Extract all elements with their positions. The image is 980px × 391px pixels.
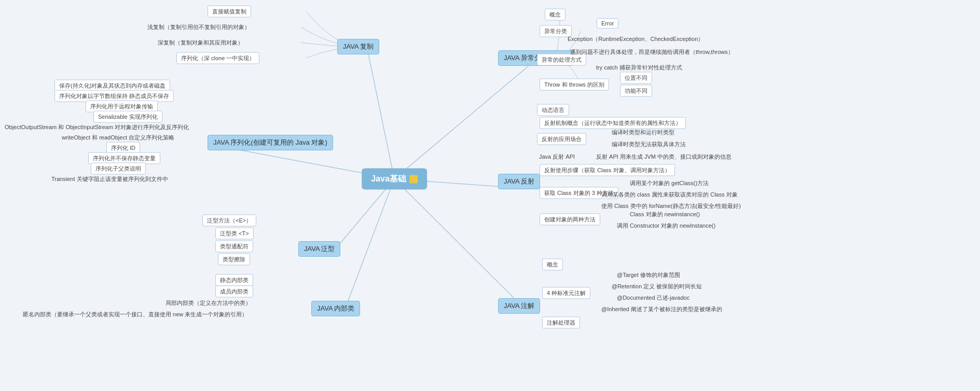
leaf-exception: 功能不同 bbox=[620, 85, 652, 97]
leaf-generic: 类型通配符 bbox=[215, 241, 253, 253]
leaf-annotation: @Target 修饰的对象范围 bbox=[615, 270, 682, 280]
leaf-copy: 深复制（复制对象和其应用对象） bbox=[156, 38, 245, 48]
leaf-innerclass: 局部内部类（定义在方法中的类） bbox=[163, 298, 253, 308]
branch-innerclass: JAVA 内部类 bbox=[311, 301, 360, 316]
leaf-serialize: Transient 关键字阻止该变量被序列化到文件中 bbox=[49, 174, 170, 184]
branch-reflect: JAVA 反射 bbox=[498, 174, 540, 189]
leaf-reflect: 编译时类型和运行时类型 bbox=[610, 128, 677, 137]
leaf-generic: 泛型方法（<E>） bbox=[202, 215, 256, 227]
leaf-serialize: Serializable 实现序列化 bbox=[93, 111, 162, 123]
branch-generic: JAVA 泛型 bbox=[298, 241, 340, 257]
center-icon bbox=[409, 175, 418, 183]
leaf-exception: try catch 捕获异常针对性处理方式 bbox=[594, 63, 684, 73]
leaf-reflect: 调用某个对象的 getClass()方法 bbox=[628, 178, 711, 188]
leaf-copy: 浅复制（复制引用但不复制引用的对象） bbox=[145, 22, 252, 32]
svg-line-0 bbox=[368, 54, 394, 179]
leaf-serialize: writeObject 和 readObject 自定义序列化策略 bbox=[60, 133, 176, 143]
leaf-exception: Throw 和 throws 的区别 bbox=[540, 79, 609, 91]
leaf-copy: 直接赋值复制 bbox=[208, 6, 251, 18]
leaf-reflect: 创建对象的两种方法 bbox=[540, 214, 600, 226]
branch-serialize: JAVA 序列化(创建可复用的 Java 对象) bbox=[208, 135, 333, 150]
leaf-exception: 遇到问题不进行具体处理，而是继续抛给调用者（throw,throws） bbox=[568, 47, 736, 57]
center-label: Java基础 bbox=[371, 174, 406, 185]
leaf-annotation: 注解处理器 bbox=[542, 317, 580, 329]
leaf-generic: 泛型类 <T> bbox=[215, 228, 254, 240]
leaf-annotation: 概念 bbox=[542, 259, 563, 271]
leaf-exception: Error bbox=[597, 18, 618, 29]
mindmap: Java基础JAVA 复制直接赋值复制浅复制（复制引用但不复制引用的对象）深复制… bbox=[0, 0, 980, 391]
leaf-reflect: Java 反射 API bbox=[537, 152, 577, 162]
leaf-innerclass: 静态内部类 bbox=[215, 274, 253, 286]
leaf-annotation: @Retention 定义 被保留的时间长短 bbox=[610, 282, 704, 291]
leaf-reflect: Class 对象的 newinstance() bbox=[628, 210, 702, 219]
leaf-reflect: 调用 Constructor 对象的 newInstance() bbox=[615, 221, 717, 231]
leaf-reflect: 调用某各类的 class 属性来获取该类对应的 Class 对象 bbox=[599, 190, 740, 200]
leaf-annotation: @Documented 己述-javadoc bbox=[615, 293, 692, 303]
leaf-serialize: 序列化子父类说明 bbox=[91, 163, 146, 175]
svg-line-6 bbox=[394, 179, 529, 313]
leaf-exception: 位置不同 bbox=[620, 72, 652, 84]
center-node: Java基础 bbox=[362, 169, 427, 190]
leaf-reflect: 反射 API 用来生成 JVM 中的类、接口或则对象的信息 bbox=[594, 152, 734, 162]
branch-annotation: JAVA 注解 bbox=[498, 298, 540, 314]
leaf-reflect: 反射使用步骤（获取 Class 对象、调用对象方法） bbox=[540, 164, 675, 176]
leaf-exception: 概念 bbox=[545, 9, 565, 21]
leaf-reflect: 编译时类型无法获取具体方法 bbox=[610, 139, 688, 149]
leaf-reflect: 反射的应用场合 bbox=[537, 133, 586, 145]
branch-copy: JAVA 复制 bbox=[337, 39, 379, 54]
leaf-exception: Exception（RuntimeException、CheckedExcept… bbox=[565, 34, 706, 44]
leaf-annotation: 4 种标准元注解 bbox=[542, 287, 590, 299]
leaf-generic: 类型擦除 bbox=[218, 254, 250, 266]
connections-svg bbox=[0, 0, 980, 391]
leaf-copy: 序列化（深 clone 一中实现） bbox=[176, 52, 259, 64]
svg-line-3 bbox=[342, 179, 394, 316]
leaf-innerclass: 成员内部类 bbox=[215, 286, 253, 298]
svg-line-4 bbox=[394, 65, 529, 179]
leaf-innerclass: 匿名内部类（要继承一个父类或者实现一个接口、直接使用 new 来生成一个对象的引… bbox=[21, 310, 250, 319]
leaf-reflect: 动态语言 bbox=[537, 104, 569, 116]
leaf-serialize: ObjectOutputStream 和 ObjectInputStream 对… bbox=[3, 122, 191, 132]
leaf-annotation: @Inherited 阐述了某个被标注的类型是被继承的 bbox=[599, 304, 724, 314]
